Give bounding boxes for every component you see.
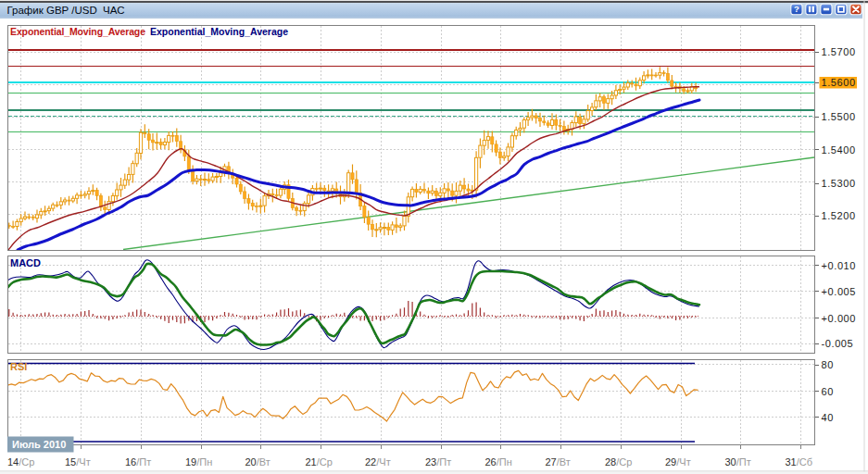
svg-text:1.5500: 1.5500 (822, 111, 856, 122)
svg-text:Июль 2010: Июль 2010 (12, 439, 66, 450)
svg-text:22/Чт: 22/Чт (365, 456, 391, 468)
svg-text:1.5700: 1.5700 (822, 46, 856, 57)
svg-text:?: ? (794, 4, 799, 14)
svg-text:23/Пт: 23/Пт (425, 456, 451, 468)
svg-text:-0.005: -0.005 (822, 338, 854, 349)
svg-text:60: 60 (822, 386, 834, 397)
svg-text:31/Сб: 31/Сб (786, 456, 813, 468)
svg-text:+0.000: +0.000 (822, 313, 857, 324)
svg-text:30/Пт: 30/Пт (725, 456, 751, 468)
svg-text:19/Пн: 19/Пн (185, 456, 212, 468)
svg-text:15/Чт: 15/Чт (65, 456, 91, 468)
svg-text:14/Ср: 14/Ср (7, 456, 34, 468)
svg-text:28/Ср: 28/Ср (605, 456, 632, 468)
svg-text:+0.010: +0.010 (822, 260, 857, 271)
svg-text:1.5400: 1.5400 (822, 144, 856, 156)
svg-text:80: 80 (822, 359, 834, 370)
svg-text:29/Чт: 29/Чт (665, 456, 691, 468)
svg-text:1.5600: 1.5600 (822, 77, 856, 88)
svg-text:MACD: MACD (10, 257, 41, 268)
svg-text:RSI: RSI (10, 361, 27, 372)
svg-text:График GBP /USD ЧАС: График GBP /USD ЧАС (7, 5, 125, 16)
svg-text:1.5300: 1.5300 (822, 178, 856, 189)
svg-text:26/Пн: 26/Пн (485, 456, 512, 468)
svg-text:20/Вт: 20/Вт (245, 456, 270, 468)
svg-text:Exponential_Moving_Average: Exponential_Moving_Average (10, 26, 145, 37)
svg-text:+0.005: +0.005 (822, 286, 857, 297)
svg-text:21/Ср: 21/Ср (306, 456, 333, 468)
svg-text:1.5200: 1.5200 (822, 210, 856, 221)
svg-text:27/Вт: 27/Вт (546, 456, 571, 468)
svg-text:16/Пт: 16/Пт (125, 456, 151, 468)
svg-text:40: 40 (822, 412, 834, 423)
svg-text:Exponential_Moving_Average: Exponential_Moving_Average (150, 26, 288, 37)
